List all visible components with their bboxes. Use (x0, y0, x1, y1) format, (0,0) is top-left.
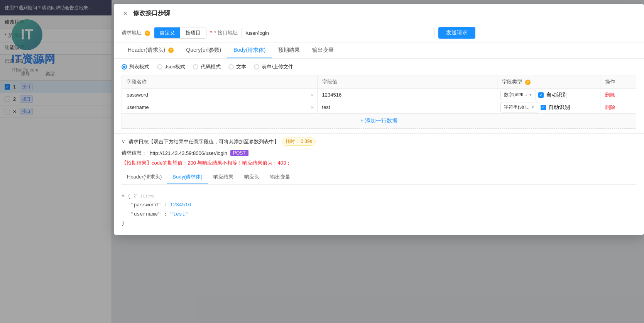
radio-text-circle (228, 64, 234, 70)
tabs-row: Header(请求头) ? Query(url参数) Body(请求体) 预期结… (114, 43, 644, 59)
col-type-header: 字段类型 ? (497, 75, 600, 89)
time-label: 耗时： (286, 139, 299, 144)
log-tab-response-header[interactable]: 响应头 (239, 170, 265, 184)
field-type-text-2: 字符串(stri... (504, 104, 529, 110)
field-value-input-2[interactable] (318, 101, 497, 113)
json-close-brace: } (122, 220, 125, 226)
log-request-url: http://121.43.43.59:8006/user/login (150, 150, 227, 156)
log-url-prefix: 请求信息： (122, 150, 147, 156)
log-tabs-row: Header(请求头) Body(请求体) 响应结果 响应头 输出变量 (122, 170, 636, 185)
radio-group: 列表模式 Json模式 代码模式 文本 表单/上传文件 (122, 63, 636, 70)
custom-btn[interactable]: 自定义 (154, 27, 180, 38)
json-password-key: "password" (131, 202, 161, 208)
radio-text-label: 文本 (236, 63, 246, 70)
tab-body-label: Body(请求体) (233, 47, 265, 54)
auto-detect-wrap-2: 自动识别 (541, 104, 570, 111)
radio-code-label: 代码模式 (201, 63, 221, 70)
log-tab-response[interactable]: 响应结果 (208, 170, 239, 184)
table-row: × 字符串(stri... ▼ (122, 101, 636, 114)
json-username-colon: : (164, 211, 167, 217)
field-type-select-2: 字符串(stri... ▼ 自动识别 (497, 102, 600, 112)
field-table: 字段名称 字段值 字段类型 ? 操作 × (122, 75, 636, 114)
json-viewer: ▼ { 2 items "password" : 1234516 "userna… (122, 189, 636, 231)
radio-form-label: 表单/上传文件 (262, 63, 293, 70)
modal-close-button[interactable]: × (122, 10, 129, 17)
col-type-info-icon[interactable]: ? (525, 80, 531, 85)
radio-list-mode[interactable]: 列表模式 (122, 63, 149, 70)
field-action-cell-2: 删除 (600, 101, 636, 114)
dropdown-chevron-2: ▼ (531, 105, 535, 109)
col-action-header: 操作 (600, 75, 636, 89)
error-text: 【预期结果】code的期望值：200 与响应结果不相等！响应结果值为：403； (122, 160, 636, 167)
request-addr-text: 请求地址 (122, 30, 142, 36)
auto-detect-checkbox-2[interactable] (541, 105, 546, 110)
field-type-dropdown-1[interactable]: 数字(int/fl... ▼ (500, 90, 536, 100)
auto-detect-wrap-1: 自动识别 (538, 92, 568, 99)
auto-detect-label-2: 自动识别 (548, 104, 570, 111)
col-value-header: 字段值 (317, 75, 497, 89)
time-value: 0.39s (301, 139, 312, 144)
log-tab-output-var[interactable]: 输出变量 (265, 170, 296, 184)
field-type-text-1: 数字(int/fl... (504, 92, 527, 98)
tab-header-info-icon[interactable]: ? (168, 48, 174, 53)
request-addr-label: 请求地址 ? (122, 29, 150, 36)
full-url-label: * * 接口地址 (210, 29, 238, 36)
tab-query[interactable]: Query(url参数) (180, 43, 227, 58)
json-open-brace: { (128, 193, 131, 199)
field-clear-btn-1[interactable]: × (311, 92, 314, 98)
log-section: ∨ 请求日志【双击下方结果中任意字段值，可将其添加至参数列表中】 耗时： 0.3… (114, 133, 644, 235)
add-row-button[interactable]: + 添加一行数据 (122, 114, 636, 129)
tab-expected[interactable]: 预期结果 (272, 43, 306, 58)
tab-header[interactable]: Header(请求头) ? (122, 43, 180, 58)
radio-json-mode[interactable]: Json模式 (157, 63, 185, 70)
log-collapse-button[interactable]: ∨ (122, 139, 125, 144)
send-request-button[interactable]: 发送请求 (438, 27, 475, 39)
col-type-text: 字段类型 (502, 79, 522, 85)
log-title: 请求日志【双击下方结果中任意字段值，可将其添加至参数列表中】 (128, 138, 279, 145)
tab-header-label: Header(请求头) (128, 47, 165, 54)
field-name-cell-2: × (122, 101, 318, 114)
field-name-input-1[interactable] (122, 89, 317, 101)
json-meta-items: 2 items (134, 193, 155, 199)
field-type-cell-2: 字符串(stri... ▼ 自动识别 (497, 101, 600, 114)
radio-json-label: Json模式 (165, 63, 185, 70)
full-url-label-text: * 接口地址 (214, 30, 238, 36)
tab-query-label: Query(url参数) (186, 47, 221, 54)
tab-output-label: 输出变量 (312, 47, 334, 54)
url-row: 请求地址 ? 自定义 按项目 * * 接口地址 发送请求 (114, 23, 644, 43)
field-action-cell-1: 删除 (600, 89, 636, 101)
required-star: * (210, 30, 212, 36)
log-tab-header[interactable]: Header(请求头) (122, 170, 167, 184)
url-input[interactable] (242, 28, 434, 38)
field-name-cell-1: × (122, 89, 318, 101)
delete-btn-2[interactable]: 删除 (600, 104, 620, 110)
log-tab-body[interactable]: Body(请求体) (167, 170, 208, 184)
radio-code-mode[interactable]: 代码模式 (193, 63, 221, 70)
field-value-cell-2 (317, 101, 497, 114)
body-section: 列表模式 Json模式 代码模式 文本 表单/上传文件 (114, 59, 644, 133)
auto-detect-checkbox-1[interactable] (538, 92, 544, 98)
field-name-wrap-2: × (122, 101, 317, 113)
json-username-key: "username" (131, 211, 161, 217)
radio-text-mode[interactable]: 文本 (228, 63, 246, 70)
field-value-input-1[interactable] (318, 89, 497, 101)
tab-output[interactable]: 输出变量 (306, 43, 340, 58)
modal-title: 修改接口步骤 (133, 9, 170, 17)
field-name-input-2[interactable] (122, 101, 317, 113)
json-collapse-arrow[interactable]: ▼ (122, 193, 125, 199)
delete-btn-1[interactable]: 删除 (600, 92, 620, 98)
request-addr-info-icon[interactable]: ? (145, 31, 150, 36)
radio-list-label: 列表模式 (129, 63, 149, 70)
project-btn[interactable]: 按项目 (180, 27, 206, 38)
field-clear-btn-2[interactable]: × (311, 104, 314, 110)
field-name-wrap-1: × (122, 89, 317, 101)
tab-body[interactable]: Body(请求体) (227, 43, 272, 58)
field-value-cell-1 (317, 89, 497, 101)
json-open-line: ▼ { 2 items (122, 192, 636, 201)
auto-detect-label-1: 自动识别 (546, 92, 568, 99)
field-type-dropdown-2[interactable]: 字符串(stri... ▼ (500, 102, 538, 112)
dropdown-chevron-1: ▼ (529, 93, 532, 97)
radio-form-mode[interactable]: 表单/上传文件 (254, 63, 293, 70)
field-type-cell-1: 数字(int/fl... ▼ 自动识别 (497, 89, 600, 101)
log-time-badge: 耗时： 0.39s (282, 138, 316, 146)
